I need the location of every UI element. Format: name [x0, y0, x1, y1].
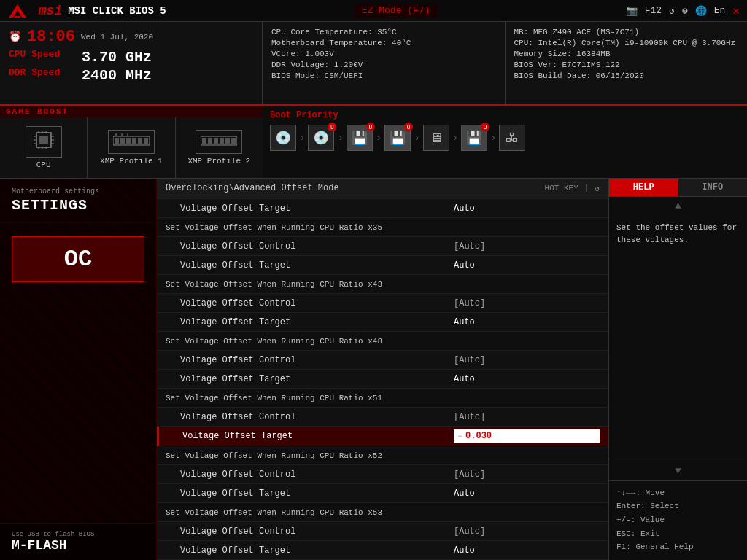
table-scroll[interactable]: Voltage Offset Control[Auto]Voltage Offs… — [157, 198, 608, 560]
boot-device-optical[interactable]: 💿 U — [308, 125, 334, 151]
table-row[interactable]: Set Voltage Offset When Running CPU Rati… — [157, 503, 608, 522]
row-name-label: Voltage Offset Target — [166, 489, 454, 499]
back-icon[interactable]: ↺ — [595, 184, 600, 193]
boot-priority-title: Boot Priority — [270, 110, 740, 120]
sidebar-mflash[interactable]: Use USB to flash BIOS M-FLASH — [0, 523, 156, 560]
table-row[interactable]: Set Voltage Offset When Running CPU Rati… — [157, 332, 608, 351]
table-row[interactable]: Voltage Offset TargetAuto — [157, 370, 608, 389]
msi-logo: msi — [7, 3, 62, 19]
table-row[interactable]: Voltage Offset TargetAuto — [157, 256, 608, 275]
boot-device-hdd[interactable]: 💿 — [270, 125, 296, 151]
globe-icon[interactable]: 🌐 — [695, 5, 707, 17]
xmp1-button[interactable]: XMP Profile 1 — [88, 117, 175, 178]
boot-device-hdd2[interactable]: 🖥 — [423, 125, 449, 151]
refresh-icon[interactable]: ↺ — [669, 5, 675, 17]
selected-row-name: Voltage Offset Target — [168, 431, 454, 441]
clock-icon: ⏰ — [9, 31, 21, 43]
header-section: ⏰ 18:06 Wed 1 Jul, 2020 CPU Speed 3.70 G… — [0, 22, 747, 106]
xmp2-label: XMP Profile 2 — [187, 157, 250, 166]
f12-label[interactable]: F12 — [645, 5, 662, 16]
table-row[interactable]: Voltage Offset TargetAuto — [157, 199, 608, 218]
breadcrumb-path: Overclocking\Advanced Offset Mode — [166, 183, 339, 193]
arrow-4: › — [414, 132, 419, 144]
divider: | — [584, 184, 589, 192]
mflash-label: M-FLASH — [12, 538, 144, 553]
svg-rect-29 — [214, 138, 218, 144]
selected-row-value[interactable]: ✏0.030 — [454, 429, 600, 443]
cpu-speed-value: 3.70 GHz — [82, 49, 152, 66]
tab-info[interactable]: INFO — [678, 179, 748, 196]
cpu-boost-button[interactable]: CPU — [0, 117, 88, 178]
settings-icon[interactable]: ⚙ — [682, 5, 688, 17]
row-value-label: [Auto] — [454, 298, 600, 308]
sidebar-item-oc[interactable]: OC — [0, 230, 156, 288]
table-row[interactable]: Voltage Offset Control[Auto] — [157, 465, 608, 484]
table-row[interactable]: Voltage Offset Control[Auto] — [157, 294, 608, 313]
help-text: Set the offset values for these voltages… — [616, 223, 737, 244]
ez-mode-button[interactable]: EZ Mode (F7) — [355, 4, 438, 18]
svg-rect-19 — [126, 138, 131, 144]
help-divider — [609, 459, 747, 459]
close-button[interactable]: ✕ — [732, 4, 740, 18]
boot-devices: 💿 › 💿 U › 💾 U › — [270, 125, 740, 151]
ddr-voltage: DDR Voltage: 1.200V — [271, 61, 496, 69]
xmp1-icon — [108, 130, 155, 154]
cpu-icon — [26, 126, 62, 158]
help-controls: ↑↓←→: MoveEnter: Select+/-: ValueESC: Ex… — [609, 480, 747, 560]
row-value-label: Auto — [454, 317, 600, 327]
network-icon: 🖧 — [499, 125, 525, 151]
svg-rect-20 — [132, 138, 136, 144]
settings-table: Voltage Offset Control[Auto]Voltage Offs… — [157, 198, 608, 560]
tab-help[interactable]: HELP — [609, 179, 678, 196]
svg-rect-30 — [220, 138, 224, 144]
arrow-3: › — [376, 132, 382, 144]
boost-bar: GAME BOOST — [0, 106, 747, 179]
boot-device-network[interactable]: 🖧 — [499, 125, 525, 151]
table-row[interactable]: Voltage Offset Control[Auto] — [157, 351, 608, 370]
help-content: Set the offset values for these voltages… — [609, 214, 747, 456]
usb1-icon: 💾 U — [347, 125, 373, 151]
section-header-label: Set Voltage Offset When Running CPU Rati… — [166, 451, 600, 460]
row-name-label: Voltage Offset Target — [166, 203, 454, 214]
table-row[interactable]: Set Voltage Offset When Running CPU Rati… — [157, 218, 608, 237]
boot-device-usb2[interactable]: 💾 U — [384, 125, 411, 151]
table-row[interactable]: Voltage Offset Control[Auto] — [157, 522, 608, 541]
help-panel: HELP INFO ▲ Set the offset values for th… — [608, 179, 747, 560]
xmp2-button[interactable]: XMP Profile 2 — [176, 117, 263, 178]
bios-mode: BIOS Mode: CSM/UEFI — [271, 71, 496, 80]
optical-icon: 💿 U — [308, 125, 334, 151]
table-row[interactable]: Set Voltage Offset When Running CPU Rati… — [157, 275, 608, 294]
usb3-icon: 💾 U — [461, 125, 487, 151]
bios-date: BIOS Build Date: 06/15/2020 — [514, 71, 739, 80]
row-name-label: Voltage Offset Control — [166, 355, 454, 365]
svg-rect-22 — [144, 138, 148, 144]
center-content: Overclocking\Advanced Offset Mode HOT KE… — [157, 179, 608, 560]
xmp1-label: XMP Profile 1 — [100, 157, 163, 166]
section-header-label: Set Voltage Offset When Running CPU Rati… — [166, 337, 600, 346]
table-row[interactable]: Set Voltage Offset When Running CPU Rati… — [157, 389, 608, 408]
memory-info: Memory Size: 16384MB — [514, 50, 739, 58]
mb-temp: Motherboard Temperature: 40°C — [271, 39, 496, 47]
oc-label: OC — [21, 246, 135, 273]
svg-rect-28 — [208, 138, 212, 144]
boot-device-usb3[interactable]: 💾 U — [461, 125, 487, 151]
breadcrumb-bar: Overclocking\Advanced Offset Mode HOT KE… — [157, 179, 608, 198]
boost-full: GAME BOOST — [0, 106, 263, 178]
table-row[interactable]: Voltage Offset TargetAuto — [157, 541, 608, 560]
table-row[interactable]: Voltage Offset Control[Auto] — [157, 408, 608, 427]
sidebar-item-settings[interactable]: Motherboard settings SETTINGS — [0, 179, 156, 223]
table-row[interactable]: Set Voltage Offset When Running CPU Rati… — [157, 446, 608, 465]
row-value-label: Auto — [454, 203, 600, 214]
language-label[interactable]: En — [714, 5, 726, 16]
table-row[interactable]: Voltage Offset Control[Auto] — [157, 237, 608, 256]
table-row[interactable]: Voltage Offset Target✏0.030 — [157, 427, 608, 446]
center-info: CPU Core Temperature: 35°C Motherboard T… — [263, 22, 506, 104]
camera-icon[interactable]: 📷 — [626, 5, 638, 17]
mb-info: MB: MEG Z490 ACE (MS-7C71) — [514, 28, 739, 36]
scroll-up-indicator: ▲ — [609, 197, 747, 214]
row-name-label: Voltage Offset Control — [166, 470, 454, 480]
boot-device-usb1[interactable]: 💾 U — [347, 125, 373, 151]
table-row[interactable]: Voltage Offset TargetAuto — [157, 484, 608, 503]
table-row[interactable]: Voltage Offset TargetAuto — [157, 313, 608, 332]
top-bar: msi MSI CLICK BIOS 5 EZ Mode (F7) 📷 F12 … — [0, 0, 747, 22]
